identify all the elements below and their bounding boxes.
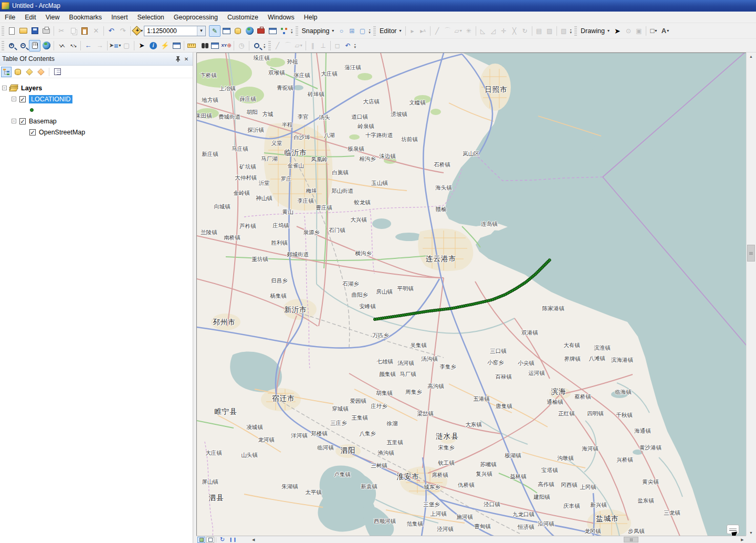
map-scale-combo[interactable]: 1:1250000 ▼ [144,26,206,36]
list-by-drawing-order-button[interactable] [1,67,12,77]
select-elements-button[interactable]: ➤ [612,25,623,37]
editor-toolbar-toggle-button[interactable]: ✎ [209,25,220,37]
toolbar-grip[interactable] [373,26,376,36]
snapping-menu[interactable]: Snapping▾ [300,26,337,36]
undo-button[interactable]: ↶ [106,25,117,37]
fixed-zoom-out-button[interactable]: ↖↘ [67,40,79,51]
data-view-button[interactable] [197,537,205,543]
html-popup-button[interactable] [171,40,182,51]
editor-menu[interactable]: Editor▾ [377,26,404,36]
menu-geoprocessing[interactable]: Geoprocessing [169,12,223,23]
toolbar-grip[interactable] [296,26,298,36]
text-tool-button[interactable]: A▾ [659,25,671,37]
toolbar-grip[interactable] [2,26,4,36]
add-data-button[interactable]: ▾ [132,25,144,37]
close-icon[interactable]: ✕ [182,55,191,63]
point-symbol-swatch[interactable] [30,108,34,112]
zoom-in-button[interactable]: + [6,40,17,51]
toc-item-locationid[interactable]: − ✓ LOCATIONID [0,93,193,105]
identify-button[interactable]: i [148,40,159,51]
arctoolbox-button[interactable] [255,25,267,37]
collapse-icon[interactable]: − [12,119,16,123]
toc-item-openstreetmap[interactable]: ✓ OpenStreetMap [0,127,193,138]
basemap-checkbox[interactable]: ✓ [19,118,26,124]
shape-tool-button[interactable]: □▾ [648,25,659,37]
toolbar-grip[interactable] [2,41,4,50]
menu-insert[interactable]: Insert [107,12,132,23]
zoom-out-button[interactable]: − [17,40,29,51]
catalog-button[interactable] [232,25,244,37]
delete-button: ✕ [90,25,102,37]
vertical-scrollbar[interactable]: ▲ ▼ [746,53,755,537]
menu-selection[interactable]: Selection [132,12,169,23]
menu-edit[interactable]: Edit [20,12,41,23]
back-extent-button[interactable]: ← [82,40,94,51]
toolbar-overflow-button[interactable]: ▪▾ [354,43,356,48]
toolbar-overflow-button[interactable]: ▪▾ [291,28,293,34]
list-by-source-button[interactable] [13,67,23,77]
vertical-scroll-thumb[interactable] [747,245,755,262]
menu-view[interactable]: View [41,12,65,23]
undo-sketch-button[interactable]: ↶ [343,40,353,51]
scroll-left-icon[interactable]: ◀ [250,537,257,543]
list-by-visibility-button[interactable] [24,67,35,77]
refresh-icon[interactable]: ↻ [220,536,225,543]
toc-item-basemap[interactable]: − ✓ Basemap [0,116,193,127]
drawing-menu[interactable]: Drawing▾ [579,26,612,36]
toolbar-grip[interactable] [268,41,271,50]
pan-tool-button[interactable] [29,40,40,51]
toc-item-locationid-symbol[interactable] [0,105,193,116]
horizontal-scroll-thumb[interactable] [624,537,638,542]
locationid-point[interactable] [548,259,551,262]
new-map-button[interactable] [6,25,17,37]
scroll-right-icon[interactable]: ▶ [739,537,746,543]
toolbar-overflow-button[interactable]: ▪▾ [369,28,371,34]
paste-button[interactable] [79,25,90,37]
toolbar-overflow-button[interactable]: ▪▾ [570,28,572,34]
table-of-contents-button[interactable] [220,25,232,37]
toolbar-separator [184,41,184,50]
toc-item-layers[interactable]: − Layers [0,82,193,93]
menu-bookmarks[interactable]: Bookmarks [65,12,107,23]
menu-customize[interactable]: Customize [223,12,263,23]
vertex-snapping-button[interactable]: ▢ [357,26,368,36]
pause-drawing-icon[interactable]: ❙❙ [229,537,237,542]
toolbar-grip[interactable] [574,26,577,36]
menu-help[interactable]: Help [299,12,322,23]
layout-view-button[interactable] [206,537,214,543]
modelbuilder-button[interactable] [278,25,290,37]
select-features-button[interactable]: ➤▦▾ [109,40,121,51]
trace-tool-button: ▱▾ [293,40,304,51]
find-button[interactable] [197,40,209,51]
toolbar-overflow-button[interactable]: ▪▾ [264,43,266,48]
scroll-up-icon[interactable]: ▲ [747,53,755,60]
collapse-icon[interactable]: − [2,86,7,90]
map-viewport[interactable]: 临沂市日照市连云港市新沂市邳州市宿迁市淮安市盐城市涟水县睢宁县泗县泗阳滨海垛庄镇… [196,53,746,536]
search-button[interactable] [244,25,255,37]
scale-dropdown-button[interactable]: ▼ [197,26,205,36]
fillet-tool-button: ◻ [332,40,343,51]
go-to-xy-button[interactable]: XY⊕ [220,40,232,51]
print-button[interactable] [40,25,52,37]
toolbar-separator [430,26,430,36]
find-route-button[interactable] [209,40,220,51]
list-by-selection-button[interactable] [36,67,46,77]
openstreetmap-checkbox[interactable]: ✓ [29,129,36,135]
point-snapping-button[interactable]: ○ [336,26,346,36]
save-button[interactable] [29,25,40,37]
toc-options-button[interactable] [52,67,62,77]
measure-button[interactable] [186,40,197,51]
end-snapping-button[interactable]: ⊞ [346,26,357,36]
menu-file[interactable]: File [0,12,20,23]
collapse-icon[interactable]: − [12,97,16,101]
open-button[interactable] [17,25,29,37]
locationid-checkbox[interactable]: ✓ [19,96,26,102]
select-elements-arrow-button[interactable]: ➤ [136,40,148,51]
viewer-window-button[interactable] [251,40,262,51]
locationid-label[interactable]: LOCATIONID [29,95,72,103]
menu-windows[interactable]: Windows [263,12,299,23]
python-button[interactable] [267,25,278,37]
fixed-zoom-in-button[interactable]: ↘↖ [56,40,67,51]
full-extent-button[interactable] [40,40,52,51]
pin-icon[interactable] [174,55,182,63]
